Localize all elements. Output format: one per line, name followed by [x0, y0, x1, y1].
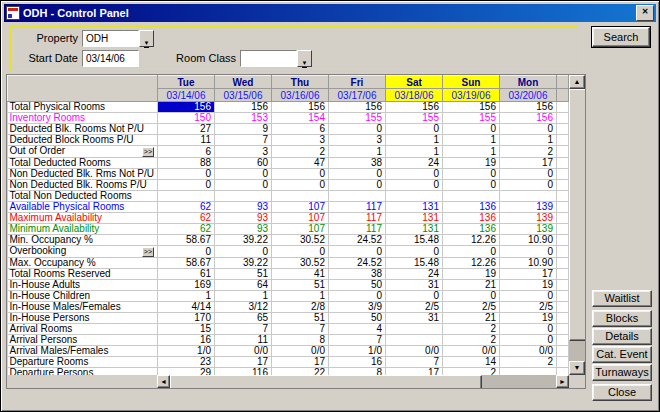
grid-cell[interactable]: 14	[443, 357, 500, 368]
grid-cell[interactable]: 0	[329, 169, 386, 180]
grid-cell[interactable]: 62	[158, 213, 215, 224]
grid-cell[interactable]: 39.22	[215, 258, 272, 269]
grid-cell[interactable]: 0	[386, 246, 443, 258]
grid-cell[interactable]: 117	[329, 224, 386, 235]
grid-cell[interactable]: 3/12	[215, 302, 272, 313]
grid-cell[interactable]: 10.90	[500, 258, 557, 269]
grid-cell[interactable]: 0	[386, 169, 443, 180]
grid-cell[interactable]: 17	[500, 158, 557, 169]
grid-cell[interactable]: 93	[215, 213, 272, 224]
grid-cell[interactable]: 4	[329, 324, 386, 335]
grid-cell[interactable]: 88	[158, 158, 215, 169]
grid-cell[interactable]: 155	[386, 113, 443, 124]
grid-cell[interactable]: 17	[500, 269, 557, 280]
grid-cell[interactable]: 131	[386, 213, 443, 224]
grid-cell[interactable]: 0	[158, 169, 215, 180]
grid-cell[interactable]: 41	[272, 269, 329, 280]
grid-cell[interactable]: 47	[272, 158, 329, 169]
grid-cell[interactable]: 0	[500, 291, 557, 302]
grid-cell[interactable]: 0/0	[215, 346, 272, 357]
grid-cell[interactable]: 39.22	[215, 235, 272, 246]
grid-cell[interactable]: 1	[386, 135, 443, 146]
grid-cell[interactable]: 1	[386, 146, 443, 158]
grid-cell[interactable]: 19	[500, 280, 557, 291]
grid-cell[interactable]: 7	[272, 324, 329, 335]
waitlist-button[interactable]: Waitlist	[592, 290, 652, 307]
room-class-dropdown-button[interactable]: ▼	[297, 50, 312, 67]
grid-cell[interactable]: 2	[272, 146, 329, 158]
grid-cell[interactable]: 0	[443, 124, 500, 135]
grid-cell[interactable]: 131	[386, 224, 443, 235]
scroll-down-button[interactable]: ▼	[569, 361, 585, 375]
grid-cell[interactable]: 136	[443, 202, 500, 213]
grid-cell[interactable]: 153	[215, 113, 272, 124]
grid-cell[interactable]: 0	[329, 180, 386, 191]
details-button[interactable]: Details	[592, 328, 652, 345]
grid-cell[interactable]: 7	[386, 357, 443, 368]
grid-cell[interactable]: 51	[272, 280, 329, 291]
grid-cell[interactable]: 0	[272, 169, 329, 180]
grid-cell[interactable]: 2	[500, 357, 557, 368]
grid-cell[interactable]: 3/9	[329, 302, 386, 313]
grid-cell[interactable]	[443, 191, 500, 202]
property-combo[interactable]: ODH	[82, 30, 139, 47]
grid-cell[interactable]: 156	[158, 102, 215, 113]
grid-cell[interactable]: 58.67	[158, 235, 215, 246]
grid-cell[interactable]: 0	[215, 180, 272, 191]
grid-cell[interactable]: 93	[215, 224, 272, 235]
grid-cell[interactable]: 51	[215, 269, 272, 280]
grid-cell[interactable]	[386, 335, 443, 346]
titlebar-close-button[interactable]: ✕	[636, 5, 654, 21]
grid-cell[interactable]	[215, 191, 272, 202]
grid-cell[interactable]: 0	[500, 324, 557, 335]
grid-cell[interactable]: 136	[443, 213, 500, 224]
grid-cell[interactable]: 0	[500, 335, 557, 346]
grid-cell[interactable]: 60	[215, 158, 272, 169]
grid-cell[interactable]: 24	[386, 269, 443, 280]
vertical-scrollbar[interactable]: ▲ ▼	[569, 75, 585, 375]
vertical-scroll-thumb[interactable]	[569, 89, 586, 341]
grid-cell[interactable]: 17	[272, 357, 329, 368]
grid-cell[interactable]: 16	[158, 335, 215, 346]
grid-cell[interactable]: 136	[443, 224, 500, 235]
grid-cell[interactable]: 0	[272, 180, 329, 191]
grid-cell[interactable]: 139	[500, 213, 557, 224]
grid-cell[interactable]: 2/5	[386, 302, 443, 313]
grid-cell[interactable]: 1	[158, 291, 215, 302]
grid-cell[interactable]: 62	[158, 224, 215, 235]
cat-event-button[interactable]: Cat. Event	[592, 346, 652, 363]
grid-cell[interactable]: 155	[443, 113, 500, 124]
grid-cell[interactable]: 2	[500, 146, 557, 158]
close-button[interactable]: Close	[592, 384, 652, 401]
grid-cell[interactable]: 0	[158, 246, 215, 258]
grid-cell[interactable]: 31	[386, 280, 443, 291]
grid-cell[interactable]: 93	[215, 202, 272, 213]
grid-cell[interactable]: 0	[329, 124, 386, 135]
grid-cell[interactable]: 0	[215, 246, 272, 258]
grid-cell[interactable]: 15.48	[386, 235, 443, 246]
grid-cell[interactable]: 0/0	[272, 346, 329, 357]
grid-cell[interactable]: 38	[329, 269, 386, 280]
grid-cell[interactable]: 139	[500, 202, 557, 213]
grid-cell[interactable]: 154	[272, 113, 329, 124]
grid-cell[interactable]: 24	[386, 158, 443, 169]
grid-cell[interactable]	[158, 191, 215, 202]
grid-cell[interactable]: 156	[500, 113, 557, 124]
horizontal-scroll-thumb[interactable]	[170, 375, 482, 389]
grid-cell[interactable]: 2/5	[443, 302, 500, 313]
grid-cell[interactable]: 15.48	[386, 258, 443, 269]
grid-cell[interactable]: 1/0	[158, 346, 215, 357]
grid-cell[interactable]: 139	[500, 224, 557, 235]
grid-cell[interactable]: 0	[386, 291, 443, 302]
grid-cell[interactable]	[386, 191, 443, 202]
grid-cell[interactable]: 0	[500, 246, 557, 258]
grid-cell[interactable]: 50	[329, 280, 386, 291]
grid-cell[interactable]: 117	[329, 213, 386, 224]
grid-cell[interactable]: 0/0	[443, 346, 500, 357]
grid-cell[interactable]: 3	[215, 146, 272, 158]
scroll-right-button[interactable]: ►	[556, 375, 569, 388]
grid-cell[interactable]: 7	[329, 335, 386, 346]
grid-cell[interactable]: 4/14	[158, 302, 215, 313]
expand-button[interactable]: >>	[142, 247, 154, 257]
grid-cell[interactable]: 10.90	[500, 235, 557, 246]
